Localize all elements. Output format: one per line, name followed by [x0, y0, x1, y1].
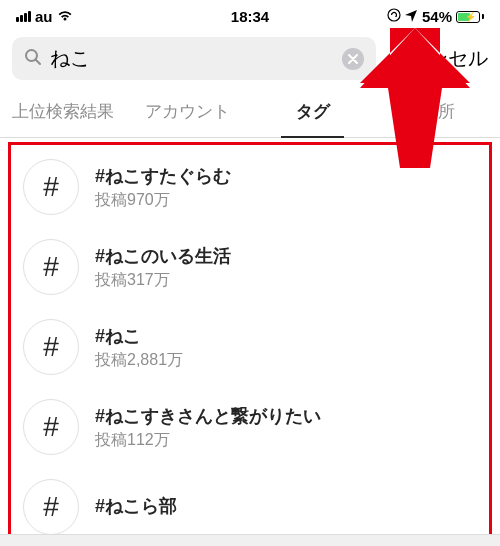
- tab-tags[interactable]: タグ: [250, 88, 375, 137]
- list-item[interactable]: # #ねこ 投稿2,881万: [11, 307, 489, 387]
- hashtag-name: #ねこ: [95, 324, 183, 348]
- hashtag-icon: #: [23, 479, 79, 535]
- hashtag-name: #ねこら部: [95, 494, 177, 518]
- battery-icon: ⚡: [456, 11, 484, 23]
- signal-icon: [16, 11, 31, 22]
- hashtag-name: #ねこのいる生活: [95, 244, 231, 268]
- hashtag-icon: #: [23, 159, 79, 215]
- hashtag-icon: #: [23, 399, 79, 455]
- hashtag-icon: #: [23, 239, 79, 295]
- tab-accounts[interactable]: アカウント: [125, 88, 250, 137]
- post-count: 投稿970万: [95, 190, 231, 211]
- status-right: 54% ⚡: [387, 8, 484, 25]
- results-highlight-box: # #ねこすたぐらむ 投稿970万 # #ねこのいる生活 投稿317万 # #ね…: [8, 142, 492, 546]
- hashtag-name: #ねこすきさんと繋がりたい: [95, 404, 321, 428]
- tab-top-results[interactable]: 上位検索結果: [0, 88, 125, 137]
- search-box[interactable]: [12, 37, 376, 80]
- hashtag-name: #ねこすたぐらむ: [95, 164, 231, 188]
- svg-line-2: [36, 59, 41, 64]
- status-left: au: [16, 8, 73, 25]
- location-icon: [405, 8, 418, 25]
- annotation-arrow-icon: [360, 28, 470, 172]
- svg-marker-3: [360, 28, 470, 168]
- carrier-label: au: [35, 8, 53, 25]
- svg-point-0: [388, 9, 400, 21]
- bottom-divider: [0, 534, 500, 546]
- post-count: 投稿112万: [95, 430, 321, 451]
- hashtag-icon: #: [23, 319, 79, 375]
- post-count: 投稿2,881万: [95, 350, 183, 371]
- search-icon: [24, 48, 42, 70]
- list-item[interactable]: # #ねこのいる生活 投稿317万: [11, 227, 489, 307]
- status-bar: au 18:34 54% ⚡: [0, 0, 500, 29]
- battery-percent: 54%: [422, 8, 452, 25]
- post-count: 投稿317万: [95, 270, 231, 291]
- list-item[interactable]: # #ねこすきさんと繋がりたい 投稿112万: [11, 387, 489, 467]
- status-time: 18:34: [231, 8, 269, 25]
- search-input[interactable]: [50, 47, 334, 70]
- wifi-icon: [57, 8, 73, 25]
- rotation-lock-icon: [387, 8, 401, 25]
